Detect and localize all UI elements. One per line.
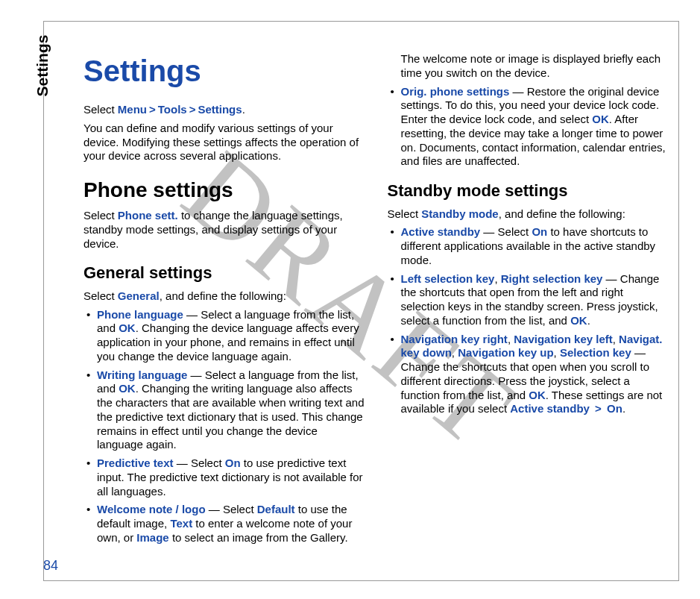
- text: . Changing the device language affects e…: [97, 322, 359, 363]
- text: Select: [223, 503, 257, 515]
- side-tab: Settings: [28, 21, 57, 110]
- text: Select: [498, 225, 532, 238]
- text: —: [509, 85, 526, 98]
- kw: On: [607, 402, 622, 415]
- kw: Text: [170, 517, 192, 530]
- list-item: Writing language — Select a language fro…: [83, 369, 367, 453]
- text: —: [206, 503, 223, 515]
- text: —: [187, 369, 204, 381]
- text: .: [587, 314, 590, 327]
- page-number: 84: [43, 558, 58, 574]
- kw: Phone language: [97, 308, 183, 321]
- kw: Active standby: [401, 225, 481, 238]
- text: ,: [494, 272, 500, 285]
- phone-sett-kw: Phone sett.: [118, 209, 178, 222]
- kw: OK: [529, 389, 546, 401]
- list-item: Predictive text — Select On to use predi…: [83, 457, 367, 498]
- text: —: [631, 346, 646, 359]
- general-kw: General: [118, 289, 160, 302]
- text: . Changing the writing language also aff…: [97, 382, 365, 451]
- text: ,: [613, 333, 619, 345]
- kw: OK: [570, 314, 587, 327]
- text: .: [242, 103, 245, 116]
- kw: Selection key: [560, 346, 631, 359]
- content-columns: Settings Select Menu>Tools>Settings. You…: [83, 52, 670, 554]
- standby-heading: Standby mode settings: [388, 181, 671, 201]
- kw: OK: [119, 382, 136, 395]
- kw: OK: [592, 113, 609, 125]
- phone-settings-body: Select Phone sett. to change the languag…: [83, 209, 367, 251]
- manual-page: Settings 84 DRAFT Settings Select Menu>T…: [0, 0, 700, 599]
- kw: Welcome note / logo: [97, 503, 206, 515]
- text: Select: [388, 207, 422, 220]
- text: Select: [83, 289, 118, 302]
- kw: On: [532, 225, 547, 238]
- text: Select: [83, 103, 118, 116]
- text: —: [602, 272, 619, 285]
- gt-icon: >: [590, 402, 607, 415]
- kw: Predictive text: [97, 457, 174, 469]
- kw: OK: [119, 322, 136, 334]
- standby-kw: Standby mode: [421, 207, 498, 220]
- list-item: Navigation key right, Navigation key lef…: [388, 333, 671, 417]
- standby-list: Active standby — Select On to have short…: [388, 225, 671, 416]
- gt-icon: >: [187, 103, 198, 116]
- kw: Navigation key left: [514, 333, 613, 345]
- tools-kw: Tools: [158, 103, 187, 116]
- general-intro: Select General, and define the following…: [83, 289, 367, 304]
- text: ,: [452, 346, 458, 359]
- text: ,: [554, 346, 560, 359]
- kw: Active standby: [510, 402, 590, 415]
- text: , and define the following:: [499, 207, 625, 220]
- text: —: [174, 457, 191, 469]
- list-item: Orig. phone settings — Restore the origi…: [388, 85, 671, 169]
- kw: Navigation key up: [458, 346, 553, 359]
- text: Select: [191, 457, 225, 469]
- kw: Orig. phone settings: [401, 85, 510, 98]
- settings-kw: Settings: [198, 103, 242, 116]
- standby-intro: Select Standby mode, and define the foll…: [388, 207, 671, 222]
- text: , and define the following:: [160, 289, 286, 302]
- kw: Default: [257, 503, 295, 515]
- menu-kw: Menu: [118, 103, 147, 116]
- kw: Writing language: [97, 369, 187, 381]
- text: —: [480, 225, 497, 238]
- intro-paragraph: You can define and modify various settin…: [83, 122, 367, 163]
- kw: Left selection key: [401, 272, 495, 285]
- text: —: [183, 308, 201, 321]
- list-item: Phone language — Select a language from …: [83, 308, 367, 364]
- page-title: Settings: [83, 52, 367, 90]
- text: Select: [83, 209, 118, 222]
- gt-icon: >: [147, 103, 158, 116]
- general-settings-heading: General settings: [83, 263, 367, 283]
- kw: Right selection key: [501, 272, 603, 285]
- kw: On: [225, 457, 241, 469]
- breadcrumb-line: Select Menu>Tools>Settings.: [83, 103, 367, 117]
- phone-settings-heading: Phone settings: [83, 177, 367, 203]
- list-item: Left selection key, Right selection key …: [388, 272, 671, 328]
- text: .: [622, 402, 625, 415]
- kw: Navigation key right: [401, 333, 508, 345]
- side-tab-label: Settings: [34, 35, 51, 97]
- list-item: Active standby — Select On to have short…: [388, 225, 671, 267]
- text: ,: [508, 333, 514, 345]
- kw: Image: [136, 531, 168, 544]
